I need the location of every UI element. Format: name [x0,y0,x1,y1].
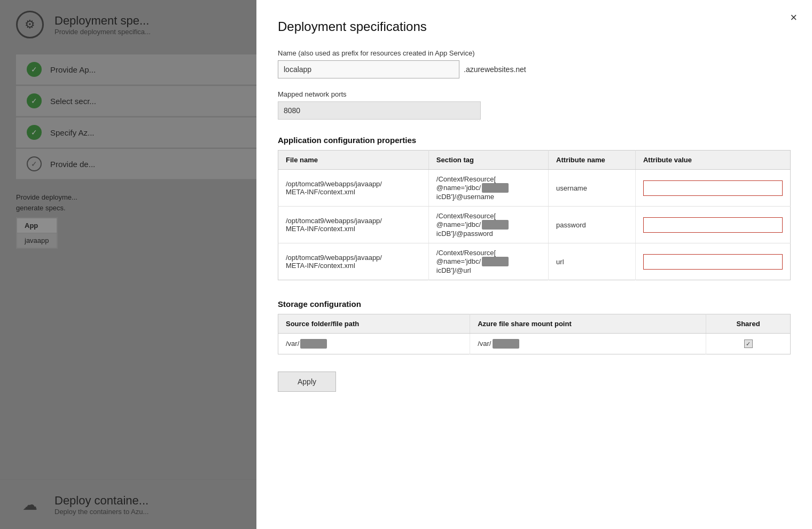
ports-label: Mapped network ports [278,90,791,98]
storage-col-source: Source folder/file path [278,314,470,334]
col-file-name: File name [278,151,429,170]
domain-suffix: .azurewebsites.net [459,65,526,74]
modal-dialog: × Deployment specifications Name (also u… [256,0,812,529]
config-row-2-file: /opt/tomcat9/webapps/javaapp/META-INF/co… [278,207,429,243]
config-row-username: /opt/tomcat9/webapps/javaapp/META-INF/co… [278,170,791,207]
name-label: Name (also used as prefix for resources … [278,49,791,57]
storage-table: Source folder/file path Azure file share… [278,314,791,354]
config-row-3-attr-name: url [549,243,636,280]
app-config-title: Application configuration properties [278,136,791,145]
col-attr-value: Attribute value [635,151,790,170]
config-row-1-attr-name: username [549,170,636,207]
storage-col-mount: Azure file share mount point [470,314,706,334]
col-attr-name: Attribute name [549,151,636,170]
storage-row-1: /var/████ /var/████ ✓ [278,334,791,354]
config-row-url: /opt/tomcat9/webapps/javaapp/META-INF/co… [278,243,791,280]
app-config-table: File name Section tag Attribute name Att… [278,150,791,280]
shared-checkbox[interactable]: ✓ [744,339,753,348]
config-row-password: /opt/tomcat9/webapps/javaapp/META-INF/co… [278,207,791,243]
config-row-3-attr-value [635,243,790,280]
storage-header-row: Source folder/file path Azure file share… [278,314,791,334]
config-row-2-section: /Context/Resource[ @name='jdbc/████ icDB… [428,207,548,243]
close-button[interactable]: × [790,12,797,23]
config-row-1-attr-value [635,170,790,207]
config-row-3-file: /opt/tomcat9/webapps/javaapp/META-INF/co… [278,243,429,280]
config-row-1-file: /opt/tomcat9/webapps/javaapp/META-INF/co… [278,170,429,207]
ports-input[interactable] [278,101,481,120]
attr-input-username[interactable] [643,180,783,196]
attr-input-password[interactable] [643,217,783,233]
name-input[interactable] [278,60,459,78]
apply-button[interactable]: Apply [278,372,336,392]
storage-shared-cell: ✓ [706,334,791,354]
storage-mount-point: /var/████ [470,334,706,354]
ports-field-row [278,101,791,120]
config-row-2-attr-name: password [549,207,636,243]
storage-col-shared: Shared [706,314,791,334]
config-row-2-attr-value [635,207,790,243]
storage-source-path: /var/████ [278,334,470,354]
config-row-1-section: /Context/Resource[ @name='jdbc/████ icDB… [428,170,548,207]
storage-config-title: Storage configuration [278,299,791,309]
attr-input-url[interactable] [643,254,783,270]
app-config-header-row: File name Section tag Attribute name Att… [278,151,791,170]
modal-title: Deployment specifications [278,19,791,34]
name-field-row: .azurewebsites.net [278,60,791,78]
modal-overlay: × Deployment specifications Name (also u… [0,0,812,529]
config-row-3-section: /Context/Resource[ @name='jdbc/████ icDB… [428,243,548,280]
col-section-tag: Section tag [428,151,548,170]
